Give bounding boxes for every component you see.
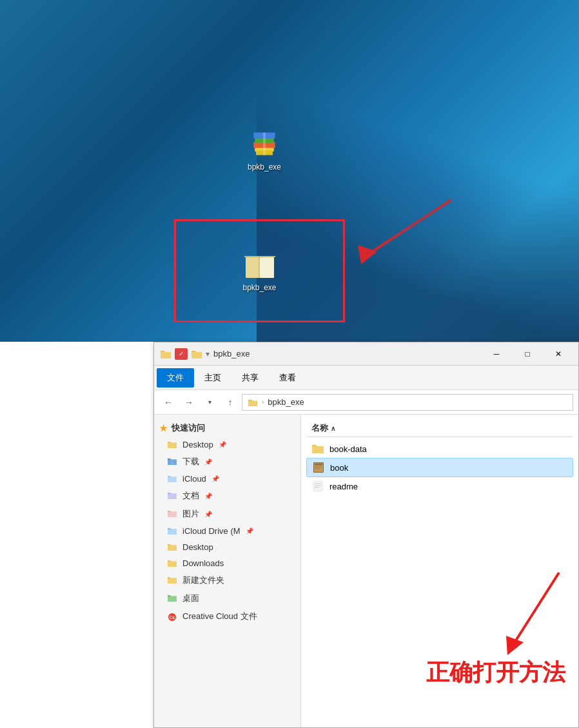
- quick-access-section: ★ 快速访问 Desktop 📌: [154, 420, 300, 625]
- menu-tab-view[interactable]: 查看: [269, 368, 306, 388]
- maximize-button[interactable]: □: [513, 345, 542, 363]
- sidebar-item-downloads[interactable]: Downloads: [154, 555, 300, 571]
- svg-line-26: [514, 573, 559, 644]
- title-bar-text: bpkb_exe: [213, 349, 478, 359]
- folder-new-icon: [167, 576, 177, 585]
- folder-icon-desktop: [243, 250, 277, 280]
- folder-icloud-drive-icon: [167, 527, 177, 536]
- sidebar-icloud-label: iCloud: [182, 474, 206, 484]
- forward-button[interactable]: →: [180, 393, 198, 411]
- file-item-book-data[interactable]: book-data: [306, 440, 573, 458]
- sidebar-item-zhuomian[interactable]: 桌面: [154, 589, 300, 607]
- sidebar-icloud-drive-label: iCloud Drive (M: [182, 526, 240, 536]
- folder-downloads-icon: [167, 559, 177, 568]
- file-book-icon: [312, 462, 325, 473]
- sidebar-item-icloud[interactable]: iCloud 📌: [154, 471, 300, 487]
- sidebar-item-cc[interactable]: Cc Creative Cloud 文件: [154, 607, 300, 625]
- desktop-folder-highlight[interactable]: bpkb_exe: [174, 219, 345, 322]
- svg-rect-18: [315, 464, 322, 465]
- close-button[interactable]: ✕: [544, 345, 573, 363]
- file-name-readme: readme: [329, 482, 358, 491]
- recent-button[interactable]: ▾: [201, 393, 219, 411]
- column-name-label: 名称: [311, 422, 328, 434]
- svg-rect-20: [315, 467, 322, 467]
- folder-label-desktop: bpkb_exe: [242, 283, 276, 292]
- red-arrow-explorer: [495, 566, 572, 663]
- explorer-window: ✓ ▾ bpkb_exe ─ □ ✕ 文件 主页 共享 查看 ← → ▾ ↑: [153, 342, 579, 728]
- folder-zhuomian-icon: [167, 594, 177, 603]
- file-readme-icon: [311, 480, 324, 492]
- titlebar-folder-icon: [159, 348, 172, 360]
- svg-text:↓: ↓: [172, 460, 173, 464]
- file-item-book[interactable]: book: [306, 458, 573, 477]
- minimize-button[interactable]: ─: [482, 345, 511, 363]
- folder-icloud-icon: [167, 475, 177, 484]
- desktop-background: bpkb_exe bpkb_exe: [0, 0, 579, 342]
- up-button[interactable]: ↑: [221, 393, 239, 411]
- sidebar-cc-label: Creative Cloud 文件: [182, 611, 257, 622]
- annotation-text: 正确打开方法: [426, 657, 565, 689]
- svg-rect-11: [260, 256, 275, 257]
- menu-tab-home[interactable]: 主页: [194, 368, 231, 388]
- folder-desktop1-icon: [167, 440, 177, 449]
- red-arrow-desktop: [335, 193, 464, 271]
- sidebar-item-desktop1[interactable]: Desktop 📌: [154, 437, 300, 453]
- file-item-readme[interactable]: readme: [306, 477, 573, 495]
- nav-bar: ← → ▾ ↑ › bpkb_exe: [154, 390, 578, 415]
- svg-rect-21: [315, 468, 320, 469]
- file-name-book-data: book-data: [329, 444, 367, 454]
- titlebar-folder2-icon: [190, 348, 203, 360]
- file-name-book: book: [330, 463, 348, 473]
- title-bar-icons: ✓ ▾: [159, 348, 210, 360]
- sidebar-download-label: 下载: [182, 456, 199, 467]
- svg-rect-19: [315, 466, 322, 466]
- sidebar-newfolder-label: 新建文件夹: [182, 575, 224, 586]
- title-bar-controls: ─ □ ✕: [482, 345, 573, 363]
- svg-line-6: [368, 200, 451, 255]
- pin-icon-4: 📌: [204, 493, 212, 500]
- pin-icon-2: 📌: [204, 458, 212, 466]
- sort-arrow: ∧: [331, 425, 335, 432]
- sidebar-item-newfolder[interactable]: 新建文件夹: [154, 571, 300, 589]
- folder-bookdata-icon: [311, 443, 324, 455]
- desktop-icon-winrar[interactable]: bpkb_exe: [239, 129, 290, 172]
- sidebar-desktop1-label: Desktop: [182, 440, 213, 449]
- svg-text:Cc: Cc: [170, 615, 175, 620]
- title-bar: ✓ ▾ bpkb_exe ─ □ ✕: [154, 342, 578, 366]
- folder-docs-icon: [167, 491, 177, 500]
- folder-desktop2-icon: [167, 543, 177, 552]
- pin-icon-5: 📌: [204, 511, 212, 518]
- sidebar-downloads-label: Downloads: [182, 558, 224, 568]
- sidebar-item-download[interactable]: ↓ 下载 📌: [154, 453, 300, 471]
- menu-tab-share[interactable]: 共享: [231, 368, 269, 388]
- menu-tab-file[interactable]: 文件: [157, 368, 194, 388]
- sidebar-item-icloud-drive[interactable]: iCloud Drive (M 📌: [154, 523, 300, 539]
- addr-separator: ›: [262, 398, 264, 406]
- quick-access-header: ★ 快速访问: [154, 420, 300, 437]
- sidebar-pics-label: 图片: [182, 508, 199, 520]
- sidebar: ★ 快速访问 Desktop 📌: [154, 415, 301, 727]
- main-content: 名称 ∧ book-data: [301, 415, 578, 727]
- pin-icon-1: 📌: [219, 441, 226, 448]
- sidebar-item-pics[interactable]: 图片 📌: [154, 505, 300, 523]
- svg-rect-22: [313, 481, 322, 491]
- svg-marker-7: [358, 245, 377, 264]
- folder-cc-icon: Cc: [167, 612, 177, 621]
- svg-marker-27: [506, 636, 524, 655]
- quick-access-label: 快速访问: [172, 422, 205, 434]
- folder-pics-icon: [167, 509, 177, 518]
- address-path: bpkb_exe: [268, 397, 304, 407]
- column-header-name: 名称 ∧: [306, 420, 573, 437]
- addr-folder-icon: [248, 398, 258, 407]
- star-icon: ★: [159, 423, 168, 433]
- sidebar-desktop2-label: Desktop: [182, 542, 213, 552]
- sidebar-zhuomian-label: 桌面: [182, 593, 199, 604]
- address-bar[interactable]: › bpkb_exe: [242, 394, 573, 411]
- svg-rect-9: [260, 257, 274, 278]
- svg-rect-8: [246, 257, 260, 278]
- back-button[interactable]: ←: [159, 393, 177, 411]
- sidebar-item-docs[interactable]: 文档 📌: [154, 487, 300, 505]
- sidebar-docs-label: 文档: [182, 490, 199, 502]
- sidebar-item-desktop2[interactable]: Desktop: [154, 539, 300, 555]
- svg-rect-5: [263, 133, 266, 155]
